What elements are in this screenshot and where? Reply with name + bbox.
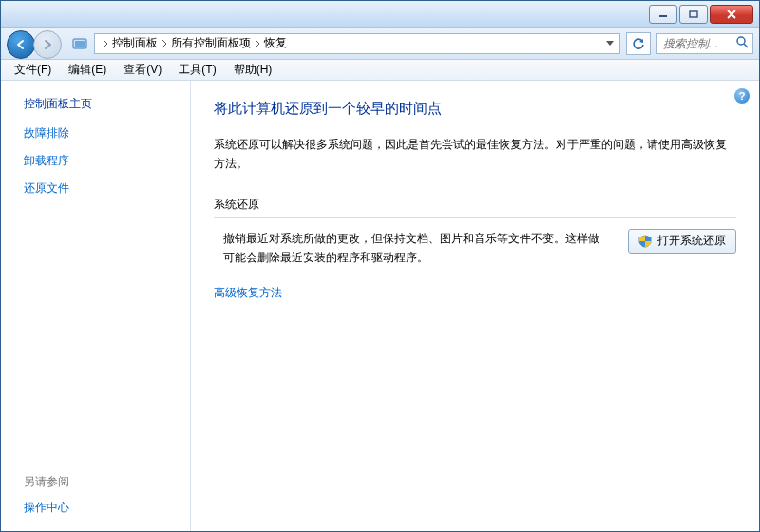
content-pane: ? 将此计算机还原到一个较早的时间点 系统还原可以解决很多系统问题，因此是首先尝… bbox=[191, 81, 759, 531]
open-system-restore-label: 打开系统还原 bbox=[657, 233, 726, 249]
shield-icon bbox=[638, 235, 652, 248]
svg-point-4 bbox=[737, 37, 745, 45]
menu-file[interactable]: 文件(F) bbox=[7, 60, 59, 80]
sidebar-item-action-center[interactable]: 操作中心 bbox=[24, 500, 179, 516]
maximize-button[interactable] bbox=[679, 5, 708, 24]
control-panel-icon bbox=[71, 35, 88, 52]
forward-button bbox=[33, 30, 62, 59]
advanced-recovery-link[interactable]: 高级恢复方法 bbox=[214, 285, 282, 301]
close-button[interactable] bbox=[710, 5, 753, 24]
chevron-right-icon bbox=[160, 40, 169, 48]
menu-tools[interactable]: 工具(T) bbox=[171, 60, 223, 80]
search-icon[interactable] bbox=[735, 35, 749, 51]
restore-description: 撤销最近对系统所做的更改，但保持文档、图片和音乐等文件不变。这样做可能会删除最近… bbox=[214, 229, 609, 268]
search-input[interactable] bbox=[661, 36, 735, 51]
svg-rect-3 bbox=[75, 41, 85, 47]
menu-view[interactable]: 查看(V) bbox=[116, 60, 169, 80]
nav-buttons bbox=[7, 29, 66, 58]
svg-rect-1 bbox=[690, 11, 697, 17]
section-head-system-restore: 系统还原 bbox=[214, 197, 736, 213]
menu-bar: 文件(F) 编辑(E) 查看(V) 工具(T) 帮助(H) bbox=[1, 60, 759, 81]
breadcrumb[interactable]: 控制面板 bbox=[110, 35, 160, 51]
divider bbox=[214, 217, 736, 218]
intro-text: 系统还原可以解决很多系统问题，因此是首先尝试的最佳恢复方法。对于严重的问题，请使… bbox=[214, 135, 736, 174]
navigation-bar: 控制面板 所有控制面板项 恢复 bbox=[1, 28, 759, 60]
titlebar bbox=[1, 1, 759, 28]
breadcrumb[interactable]: 恢复 bbox=[262, 35, 289, 51]
sidebar-see-also-head: 另请参阅 bbox=[24, 474, 179, 490]
breadcrumb[interactable]: 所有控制面板项 bbox=[169, 35, 253, 51]
chevron-right-icon bbox=[101, 40, 110, 48]
page-title: 将此计算机还原到一个较早的时间点 bbox=[214, 100, 736, 118]
svg-line-5 bbox=[744, 44, 748, 48]
restore-row: 撤销最近对系统所做的更改，但保持文档、图片和音乐等文件不变。这样做可能会删除最近… bbox=[214, 229, 736, 268]
back-button[interactable] bbox=[7, 30, 35, 59]
sidebar-item-restore-files[interactable]: 还原文件 bbox=[24, 180, 179, 197]
minimize-button[interactable] bbox=[649, 5, 677, 24]
chevron-right-icon bbox=[253, 40, 262, 48]
open-system-restore-button[interactable]: 打开系统还原 bbox=[628, 229, 736, 254]
refresh-button[interactable] bbox=[626, 32, 651, 55]
sidebar: 控制面板主页 故障排除 卸载程序 还原文件 另请参阅 操作中心 bbox=[1, 81, 191, 531]
menu-edit[interactable]: 编辑(E) bbox=[61, 60, 114, 80]
search-box[interactable] bbox=[656, 33, 753, 54]
body: 控制面板主页 故障排除 卸载程序 还原文件 另请参阅 操作中心 ? 将此计算机还… bbox=[1, 81, 759, 531]
menu-help[interactable]: 帮助(H) bbox=[226, 60, 280, 80]
sidebar-home-link[interactable]: 控制面板主页 bbox=[24, 96, 179, 112]
sidebar-item-troubleshoot[interactable]: 故障排除 bbox=[24, 125, 179, 142]
address-bar[interactable]: 控制面板 所有控制面板项 恢复 bbox=[94, 33, 620, 54]
help-icon[interactable]: ? bbox=[734, 88, 750, 104]
window-frame: 控制面板 所有控制面板项 恢复 文件(F) 编辑(E) 查看(V) 工具(T) … bbox=[0, 0, 760, 532]
sidebar-item-uninstall[interactable]: 卸载程序 bbox=[24, 153, 179, 169]
address-dropdown[interactable] bbox=[602, 41, 618, 47]
